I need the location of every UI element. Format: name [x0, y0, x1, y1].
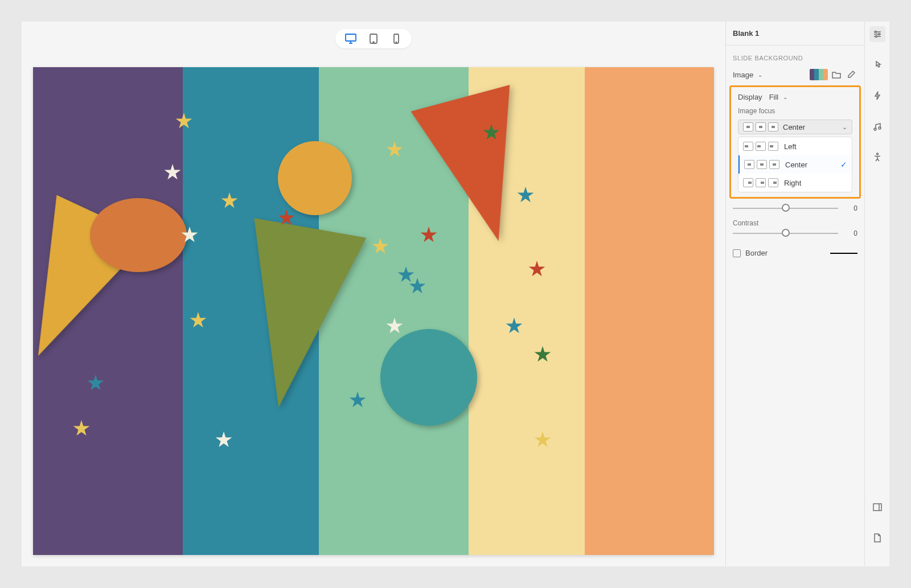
settings-icon[interactable]	[869, 26, 885, 42]
focus-preview-icon	[743, 122, 753, 131]
focus-option-right[interactable]: Right	[738, 174, 852, 192]
slider-track[interactable]	[733, 208, 838, 209]
image-focus-select[interactable]: Center ⌄	[738, 120, 852, 134]
border-checkbox[interactable]	[733, 249, 741, 257]
canvas-area	[22, 22, 725, 566]
border-row: Border	[726, 241, 864, 265]
focus-option-left[interactable]: Left	[738, 137, 852, 155]
image-focus-selected: Center	[783, 123, 838, 131]
svg-rect-16	[873, 504, 881, 511]
slide-canvas[interactable]	[33, 67, 714, 555]
interaction-icon[interactable]	[869, 57, 885, 73]
focus-preview-icon	[768, 142, 778, 151]
highlighted-section: Display Fill ⌄ Image focus Center ⌄	[729, 85, 861, 199]
panel-title: Blank 1	[726, 22, 864, 46]
svg-point-4	[373, 42, 374, 43]
right-icon-rail	[864, 22, 889, 566]
accessibility-icon[interactable]	[869, 149, 885, 165]
audio-icon[interactable]	[869, 118, 885, 134]
edit-icon[interactable]	[845, 68, 857, 81]
document-icon[interactable]	[869, 530, 885, 546]
focus-preview-icon	[744, 160, 754, 169]
image-focus-dropdown: Left Center ✓	[738, 137, 852, 192]
focus-preview-icon	[743, 178, 753, 187]
display-value: Fill	[769, 93, 779, 101]
contrast-value: 0	[844, 229, 857, 237]
slide-background-image	[33, 67, 714, 555]
contrast-slider-track[interactable]	[733, 233, 838, 234]
focus-preview-icon	[743, 142, 753, 151]
contrast-label: Contrast	[733, 219, 857, 227]
svg-point-11	[878, 34, 880, 35]
svg-point-13	[874, 128, 876, 130]
image-thumbnail[interactable]	[810, 69, 828, 80]
slider-thumb[interactable]	[782, 204, 790, 212]
background-type-row[interactable]: Image ⌄	[726, 66, 864, 83]
contrast-row: Contrast 0	[726, 216, 864, 241]
folder-icon[interactable]	[830, 68, 843, 81]
svg-point-14	[879, 127, 881, 129]
focus-option-center[interactable]: Center ✓	[738, 155, 852, 174]
focus-preview-icon	[756, 142, 766, 151]
phone-device-button[interactable]	[390, 32, 403, 45]
tablet-device-button[interactable]	[367, 32, 380, 45]
device-switcher	[22, 22, 725, 56]
check-icon: ✓	[840, 160, 847, 169]
chevron-down-icon: ⌄	[783, 94, 787, 100]
focus-preview-icon	[768, 178, 778, 187]
slider-value: 0	[844, 204, 857, 212]
focus-preview-icon	[756, 122, 766, 131]
chevron-down-icon: ⌄	[758, 72, 762, 78]
properties-panel: Blank 1 SLIDE BACKGROUND Image ⌄ Disp	[725, 22, 864, 566]
chevron-down-icon: ⌄	[842, 124, 847, 131]
desktop-device-button[interactable]	[344, 32, 357, 45]
actions-icon[interactable]	[869, 88, 885, 104]
focus-preview-icon	[756, 178, 766, 187]
focus-option-label: Left	[784, 142, 797, 151]
display-label: Display	[738, 93, 762, 101]
display-row[interactable]: Display Fill ⌄	[734, 91, 856, 104]
svg-rect-0	[346, 34, 356, 41]
image-focus-label: Image focus	[734, 104, 856, 117]
focus-preview-icon	[769, 160, 779, 169]
background-type-value: Image	[733, 71, 753, 79]
focus-option-label: Right	[784, 179, 801, 187]
focus-option-label: Center	[785, 161, 807, 169]
border-label: Border	[745, 249, 768, 257]
slider-row-1: 0	[726, 201, 864, 216]
svg-point-6	[396, 42, 396, 42]
svg-point-15	[876, 153, 878, 155]
contrast-slider-thumb[interactable]	[782, 229, 790, 237]
svg-point-12	[875, 36, 877, 38]
svg-point-10	[875, 31, 876, 33]
focus-preview-icon	[768, 122, 778, 131]
focus-preview-icon	[757, 160, 767, 169]
panel-toggle-icon[interactable]	[869, 499, 885, 515]
section-title: SLIDE BACKGROUND	[726, 46, 864, 66]
border-preview[interactable]	[830, 253, 857, 254]
